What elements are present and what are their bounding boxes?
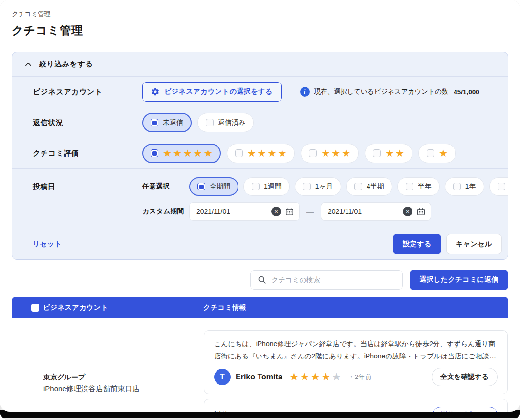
calendar-icon[interactable] [416, 207, 426, 216]
pill-period-1month[interactable]: 1ヶ月 [295, 177, 341, 196]
select-business-account-label: ビジネスアカウントの選択をする [164, 87, 273, 96]
apply-button[interactable]: 設定する [393, 234, 441, 254]
calendar-icon[interactable] [285, 207, 294, 216]
pill-rating-4[interactable]: ★★★★ [227, 144, 295, 163]
review-info-cell: こんにちは、iPhone修理ジャパン経堂店です。当店は経堂駅から徒歩2分、すずら… [198, 318, 508, 412]
review-text: こんにちは、iPhone修理ジャパン経堂店です。当店は経堂駅から徒歩2分、すずら… [214, 338, 498, 362]
table-header: ビジネスアカウント クチコミ情報 [12, 297, 508, 318]
checkbox-checked-icon [197, 183, 205, 190]
stars-2-icon: ★★ [385, 148, 406, 158]
checkbox-icon [206, 119, 214, 126]
filter-row-rating: クチコミ評価 ★★★★★ ★★★★ ★★★ [12, 138, 508, 169]
pill-unreplied-label: 未返信 [163, 118, 183, 127]
view-full-text-button[interactable]: 全文を確認する [432, 368, 498, 386]
date-to-field: ✕ [321, 202, 431, 221]
info-icon: i [300, 87, 310, 97]
account-group-name: 東京グループ [43, 373, 198, 382]
pill-period-halfyear[interactable]: 半年 [397, 177, 440, 196]
reviews-table: ビジネスアカウント クチコミ情報 東京グループ iPhone修理渋谷店舗前東口店… [12, 297, 508, 412]
pill-rating-3[interactable]: ★★★ [301, 144, 359, 163]
checkbox-icon [498, 183, 505, 190]
checkbox-icon [373, 149, 381, 157]
table-row: 東京グループ iPhone修理渋谷店舗前東口店 こんにちは、iPhone修理ジャ… [12, 318, 508, 412]
filter-row-business-account: ビジネスアカウント ビジネスアカウントの選択をする i 現在、選択しているビジネ… [12, 77, 508, 107]
reviewer-row: T Eriko Tomita ★★★★★ ・2年前 全文を確認する [214, 368, 498, 386]
pill-period-quarter[interactable]: 4半期 [346, 177, 392, 196]
custom-period-row: カスタム期間 ✕ [142, 202, 508, 221]
checkbox-icon [427, 149, 434, 157]
edit-reply-button[interactable]: 返信を編集する [433, 407, 498, 412]
account-store-name: iPhone修理渋谷店舗前東口店 [43, 384, 198, 394]
app-window: クチコミ管理 クチコミ管理 絞り込みをする ビジネスアカウント ビジネスアカ [0, 0, 520, 412]
pill-period-all[interactable]: 全期間 [189, 177, 238, 196]
pill-period-1year-label: 1年 [465, 182, 476, 191]
chevron-up-icon [25, 62, 32, 66]
pill-rating-1[interactable]: ★ [418, 144, 456, 163]
stars-4-icon: ★★★★ [247, 148, 288, 158]
filter-panel-title: 絞り込みをする [39, 60, 93, 69]
reset-link[interactable]: リセット [33, 240, 62, 249]
pill-period-1week[interactable]: 1週間 [243, 177, 290, 196]
reply-selected-button[interactable]: 選択したクチコミに返信 [410, 270, 508, 290]
checkbox-checked-icon [151, 149, 158, 157]
screen: クチコミ管理 クチコミ管理 絞り込みをする ビジネスアカウント ビジネスアカ [0, 0, 520, 420]
date-from-input[interactable] [196, 208, 267, 215]
date-from-field: ✕ [189, 202, 300, 221]
avatar: T [214, 369, 231, 385]
page-title: クチコミ管理 [12, 23, 508, 38]
stars-5-icon: ★★★★★ [163, 148, 214, 158]
business-account-label: ビジネスアカウント [33, 87, 142, 97]
select-business-account-button[interactable]: ビジネスアカウントの選択をする [142, 82, 282, 102]
checkbox-icon [453, 183, 461, 190]
business-account-info: i 現在、選択しているビジネスアカウントの数 45/1,000 [300, 87, 479, 97]
filter-row-reply-status: 返信状況 未返信 返信済み [12, 107, 508, 138]
toolbar: 選択したクチコミに返信 [12, 270, 508, 290]
post-date-presets-row: 任意選択 全期間 1週間 [142, 177, 508, 196]
cancel-button[interactable]: キャンセル [446, 234, 502, 254]
review-stars-icon: ★★★★★ [289, 372, 343, 382]
checkbox-icon [354, 183, 362, 190]
breadcrumb: クチコミ管理 [12, 10, 508, 19]
post-date-label: 投稿日 [33, 182, 142, 191]
pill-period-all-label: 全期間 [210, 182, 230, 191]
header-review-info: クチコミ情報 [197, 303, 508, 312]
header-business-account: ビジネスアカウント [43, 303, 197, 312]
checkbox-icon [252, 183, 260, 190]
checkbox-checked-icon [151, 119, 158, 126]
checkbox-icon [309, 149, 317, 157]
pill-unreplied[interactable]: 未返信 [142, 113, 192, 132]
checkbox-icon [406, 183, 413, 190]
filter-panel-footer: リセット 設定する キャンセル [12, 229, 508, 259]
reply-label: 返信 [214, 411, 229, 412]
pill-replied[interactable]: 返信済み [197, 113, 254, 132]
gear-icon [151, 87, 160, 96]
date-to-input[interactable] [328, 208, 399, 215]
checkbox-icon [303, 183, 311, 190]
pill-period-1week-label: 1週間 [264, 182, 282, 191]
pill-replied-label: 返信済み [218, 118, 245, 127]
pill-period-1year[interactable]: 1年 [445, 177, 484, 196]
filter-panel-header[interactable]: 絞り込みをする [12, 52, 508, 77]
clear-date-to-icon[interactable]: ✕ [403, 207, 412, 216]
reply-status-label: 返信状況 [33, 118, 142, 127]
reply-card: 返信 返信を編集する この度はありがとうございます。またのお越しをお待ちしており… [204, 399, 508, 412]
stars-1-icon: ★ [439, 148, 449, 158]
pill-rating-5[interactable]: ★★★★★ [142, 144, 221, 163]
pill-rating-2[interactable]: ★★ [365, 144, 412, 163]
business-account-cell: 東京グループ iPhone修理渋谷店舗前東口店 [43, 318, 198, 412]
business-account-info-text: 現在、選択しているビジネスアカウントの数 [314, 87, 448, 96]
business-account-count: 45/1,000 [454, 88, 479, 96]
rating-label: クチコミ評価 [33, 149, 142, 158]
custom-period-label: カスタム期間 [142, 207, 189, 216]
pill-period-quarter-label: 4半期 [367, 182, 384, 191]
search-input[interactable] [271, 276, 395, 284]
date-range-separator: — [306, 208, 314, 216]
checkbox-icon [235, 149, 243, 157]
search-icon [258, 275, 266, 284]
clear-date-from-icon[interactable]: ✕ [271, 207, 281, 216]
optional-select-label: 任意選択 [142, 182, 189, 191]
select-all-checkbox[interactable] [31, 304, 39, 312]
pill-period-halfyear-label: 半年 [418, 182, 432, 191]
stars-3-icon: ★★★ [321, 148, 352, 158]
pill-period-18months[interactable]: 1年半 [489, 177, 508, 196]
